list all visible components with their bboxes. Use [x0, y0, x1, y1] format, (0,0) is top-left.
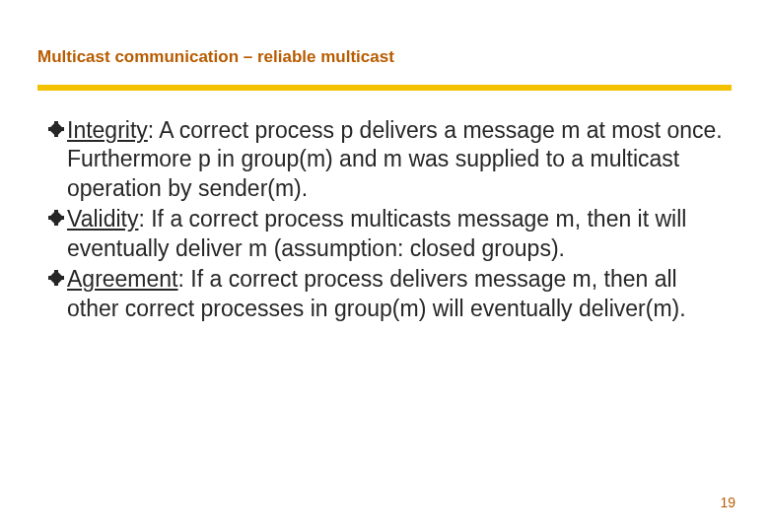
bullet-term: Agreement: [67, 266, 178, 292]
bullet-icon: [45, 205, 67, 233]
bullet-term: Validity: [67, 206, 138, 232]
page-number: 19: [720, 495, 735, 510]
title-rule: [37, 85, 732, 91]
svg-rect-8: [48, 270, 64, 286]
bullet-item: Agreement: If a correct process delivers…: [45, 265, 728, 323]
bullet-item: Validity: If a correct process multicast…: [45, 205, 728, 263]
bullet-text: Agreement: If a correct process delivers…: [67, 265, 728, 323]
bullet-icon: [45, 265, 67, 293]
bullet-icon: [45, 116, 67, 144]
svg-rect-2: [48, 121, 64, 137]
slide: Multicast communication – reliable multi…: [0, 0, 769, 532]
bullet-text: Integrity: A correct process p delivers …: [67, 116, 728, 203]
bullet-rest: : If a correct process multicasts messag…: [67, 206, 686, 260]
bullet-text: Validity: If a correct process multicast…: [67, 205, 728, 263]
bullet-rest: : A correct process p delivers a message…: [67, 117, 723, 201]
bullet-term: Integrity: [67, 117, 148, 143]
slide-title: Multicast communication – reliable multi…: [37, 47, 732, 67]
bullet-item: Integrity: A correct process p delivers …: [45, 116, 728, 203]
svg-rect-5: [48, 211, 64, 227]
slide-body: Integrity: A correct process p delivers …: [37, 116, 732, 323]
